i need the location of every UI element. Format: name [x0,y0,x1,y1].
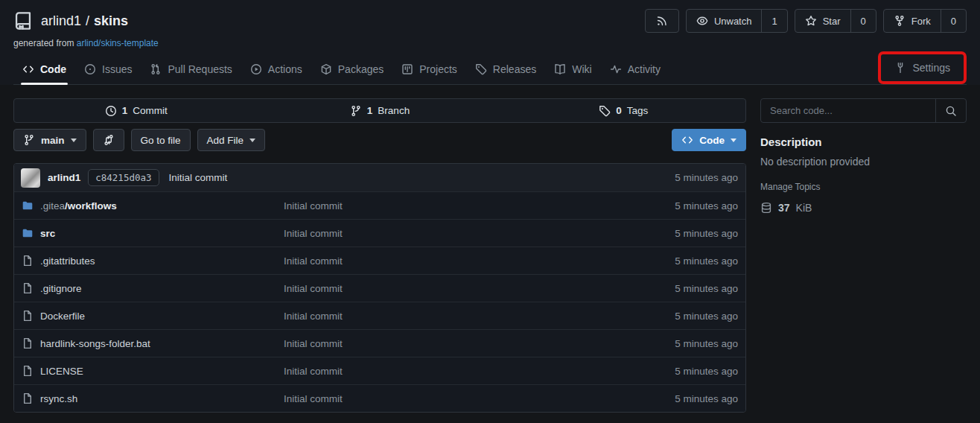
pulse-icon [610,63,622,75]
git-branch-icon [350,105,362,117]
code-button-label: Code [699,135,725,146]
repo-owner-link[interactable]: arlind1 [41,13,81,29]
package-icon [320,63,332,75]
tab-settings[interactable]: Settings [885,62,959,74]
repo-main: 1 Commit 1 Branch 0 Tags main [0,85,980,413]
commit-count: 1 [122,105,128,116]
avatar[interactable] [21,168,40,188]
unwatch-button[interactable]: Unwatch [687,10,762,32]
tabs-spacer [669,54,878,84]
file-icon [22,282,34,294]
tab-projects[interactable]: Projects [392,54,466,84]
star-count[interactable]: 0 [850,10,876,32]
generated-from-line: generated from arlind/skins-template [13,38,967,48]
search-input[interactable] [761,99,935,122]
repo-stats-bar: 1 Commit 1 Branch 0 Tags [13,98,746,123]
commits-stat[interactable]: 1 Commit [14,105,258,117]
file-commit-message[interactable]: Initial commit [284,228,604,239]
file-icon [22,337,34,349]
file-name-link[interactable]: Dockerfile [14,310,284,322]
fork-count[interactable]: 0 [941,10,966,32]
star-button-group: Star 0 [795,9,876,33]
fork-button[interactable]: Fork [884,10,941,32]
compare-button[interactable] [93,129,124,151]
entry-name: .gitignore [40,283,82,294]
database-icon [760,202,772,214]
tab-label: Actions [268,63,302,75]
project-board-icon [401,63,413,75]
file-commit-time: 5 minutes ago [604,200,745,212]
star-icon [805,15,817,27]
tab-issues[interactable]: Issues [75,54,141,84]
code-download-button[interactable]: Code [672,129,746,151]
search-button[interactable] [935,99,966,122]
code-icon [681,134,693,146]
file-commit-message[interactable]: Initial commit [284,283,604,294]
code-icon [22,63,34,75]
watch-count[interactable]: 1 [761,10,786,32]
file-commit-message[interactable]: Initial commit [284,338,604,349]
tab-packages[interactable]: Packages [311,54,392,84]
generated-from-text: generated from [13,38,74,48]
file-name-link[interactable]: .gitattributes [14,255,284,267]
file-commit-message[interactable]: Initial commit [284,393,604,404]
tab-code[interactable]: Code [13,54,75,84]
file-name-link[interactable]: hardlink-songs-folder.bat [14,337,284,349]
tab-pull-requests[interactable]: Pull Requests [141,54,241,84]
commit-author-link[interactable]: arlind1 [48,172,80,183]
repo-size-unit: KiB [796,202,812,214]
file-name-link[interactable]: src [14,227,284,239]
code-search-box [760,98,967,123]
tab-activity[interactable]: Activity [601,54,669,84]
tab-releases[interactable]: Releases [466,54,545,84]
file-name-link[interactable]: rsync.sh [14,392,284,404]
branch-count: 1 [367,105,373,116]
tab-actions[interactable]: Actions [241,54,311,84]
git-compare-icon [103,134,115,146]
path-prefix: .gitea [40,200,65,212]
star-button[interactable]: Star [795,10,850,32]
file-commit-time: 5 minutes ago [604,228,745,239]
file-commit-message[interactable]: Initial commit [284,255,604,267]
tab-wiki[interactable]: Wiki [545,54,600,84]
rss-button[interactable] [645,9,679,33]
file-commit-message[interactable]: Initial commit [284,366,604,377]
branch-selector[interactable]: main [13,129,86,151]
file-icon [22,365,34,377]
repo-name-link[interactable]: skins [94,13,128,29]
file-commit-message[interactable]: Initial commit [284,311,604,322]
repo-separator: / [86,13,89,29]
current-branch-name: main [41,135,65,146]
file-commit-message[interactable]: Initial commit [284,200,604,212]
unwatch-label: Unwatch [714,16,752,27]
go-to-file-button[interactable]: Go to file [131,129,191,151]
tab-label: Pull Requests [168,63,232,75]
add-file-button[interactable]: Add File [197,129,266,151]
file-name-link[interactable]: LICENSE [14,365,284,377]
play-circle-icon [250,63,262,75]
entry-name: src [40,228,55,239]
file-name-link[interactable]: .gitea/workflows [14,200,284,212]
table-row: .gitattributes Initial commit 5 minutes … [14,247,745,274]
file-commit-time: 5 minutes ago [604,338,745,349]
commit-message-link[interactable]: Initial commit [169,172,228,183]
template-repo-link[interactable]: arlind/skins-template [77,38,159,48]
go-to-file-label: Go to file [141,135,181,146]
tag-label: Tags [627,105,649,116]
commit-hash-link[interactable]: c84215d0a3 [88,169,159,186]
manage-topics-link[interactable]: Manage Topics [760,182,821,192]
git-pull-request-icon [150,63,162,75]
commit-label: Commit [133,105,168,116]
tab-label: Code [40,63,66,75]
tab-label: Issues [102,63,132,75]
file-commit-time: 5 minutes ago [604,393,745,404]
file-commit-time: 5 minutes ago [604,311,745,322]
branches-stat[interactable]: 1 Branch [258,105,501,117]
repo-toolbar: main Go to file Add File Code [13,129,746,151]
repo-size: 37 KiB [760,202,967,214]
entry-name: LICENSE [40,366,83,377]
tags-stat[interactable]: 0 Tags [502,105,745,117]
tools-icon [894,62,906,74]
file-name-link[interactable]: .gitignore [14,282,284,294]
settings-highlight-annotation: Settings [878,51,967,84]
